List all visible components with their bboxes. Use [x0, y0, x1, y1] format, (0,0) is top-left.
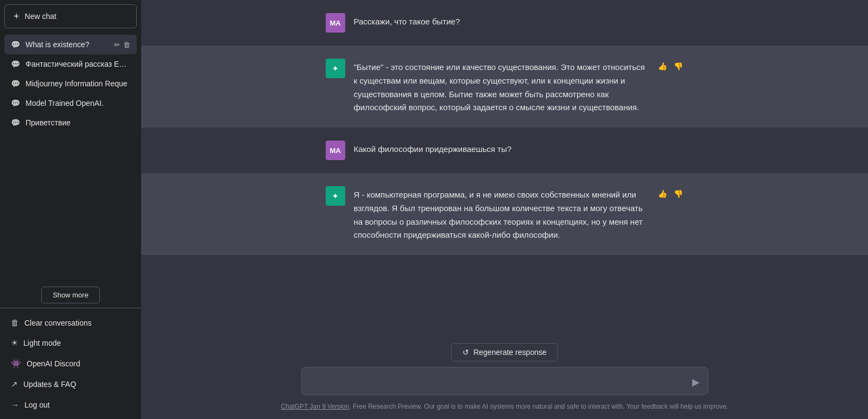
sidebar-item-label: Фантастический рассказ Енот: [26, 60, 130, 68]
sidebar-item-conv-2[interactable]: 💬 Фантастический рассказ Енот: [4, 54, 137, 74]
thumbup-button[interactable]: 👍: [657, 61, 668, 72]
message-row-msg-2: ✦ "Бытие" - это состояние или качество с…: [141, 46, 868, 128]
sidebar-item-label: Приветствие: [26, 118, 130, 127]
chat-icon: 💬: [11, 79, 20, 88]
send-button[interactable]: ▶: [690, 374, 702, 390]
sidebar: + New chat 💬 What is existence? ✏ 🗑 💬 Фа…: [0, 0, 141, 419]
chat-input-area: ↺ Regenerate response ▶ ChatGPT Jan 9 Ve…: [141, 334, 868, 419]
message-row-msg-1: MA Расскажи, что такое бытие?: [141, 0, 868, 46]
message-content: "Бытие" - это состояние или качество сущ…: [354, 59, 648, 115]
message-content: Расскажи, что такое бытие?: [354, 13, 684, 29]
sidebar-bottom-faq[interactable]: ↗ Updates & FAQ: [4, 374, 137, 395]
ai-avatar: ✦: [326, 59, 345, 78]
sidebar-item-conv-3[interactable]: 💬 Midjourney Information Reque: [4, 74, 137, 93]
sidebar-item-label: What is existence?: [26, 40, 109, 49]
delete-icon[interactable]: 🗑: [123, 41, 130, 49]
message-inner: ✦ Я - компьютерная программа, и я не име…: [315, 186, 695, 242]
send-icon: ▶: [692, 377, 700, 388]
sidebar-item-conv-4[interactable]: 💬 Model Trained OpenAI.: [4, 93, 137, 113]
sidebar-bottom-clear[interactable]: 🗑 Clear conversations: [4, 313, 137, 333]
message-feedback: 👍 👎: [657, 59, 684, 72]
new-chat-button[interactable]: + New chat: [4, 4, 137, 28]
logout-icon: →: [11, 400, 19, 409]
thumbup-button[interactable]: 👍: [657, 188, 668, 199]
regenerate-label: Regenerate response: [473, 348, 547, 357]
light-label: Light mode: [23, 339, 61, 347]
regenerate-button[interactable]: ↺ Regenerate response: [451, 343, 558, 361]
footer-suffix: . Free Research Preview. Our goal is to …: [349, 403, 728, 410]
sidebar-item-actions: ✏ 🗑: [114, 41, 130, 49]
chat-icon: 💬: [11, 40, 20, 49]
main-chat: MA Расскажи, что такое бытие? ✦ "Бытие" …: [141, 0, 868, 419]
faq-icon: ↗: [11, 379, 18, 389]
new-chat-label: New chat: [25, 12, 56, 21]
message-inner: MA Расскажи, что такое бытие?: [315, 13, 695, 33]
input-wrapper: ▶: [301, 367, 708, 397]
chat-icon: 💬: [11, 60, 20, 68]
show-more-button[interactable]: Show more: [41, 287, 100, 303]
user-avatar: MA: [326, 13, 345, 33]
sidebar-item-label: Midjourney Information Reque: [26, 79, 130, 88]
sidebar-item-conv-1[interactable]: 💬 What is existence? ✏ 🗑: [4, 35, 137, 54]
clear-label: Clear conversations: [24, 319, 92, 327]
chat-icon: 💬: [11, 118, 20, 127]
ai-avatar-icon: ✦: [332, 65, 338, 73]
chat-icon: 💬: [11, 99, 20, 107]
thumbdown-button[interactable]: 👎: [673, 61, 684, 72]
chat-input[interactable]: [301, 367, 708, 395]
discord-label: OpenAI Discord: [27, 359, 80, 368]
faq-label: Updates & FAQ: [23, 380, 76, 389]
ai-avatar-icon: ✦: [332, 192, 338, 200]
message-row-msg-3: MA Какой философии придерживаешься ты?: [141, 128, 868, 173]
footer-link[interactable]: ChatGPT Jan 9 Version: [281, 403, 349, 410]
footer-note: ChatGPT Jan 9 Version. Free Research Pre…: [281, 403, 728, 415]
message-inner: MA Какой философии придерживаешься ты?: [315, 141, 695, 160]
sidebar-bottom-light[interactable]: ☀ Light mode: [4, 333, 137, 353]
light-icon: ☀: [11, 338, 18, 348]
message-row-msg-4: ✦ Я - компьютерная программа, и я не име…: [141, 173, 868, 255]
discord-icon: 👾: [11, 359, 21, 369]
chat-messages: MA Расскажи, что такое бытие? ✦ "Бытие" …: [141, 0, 868, 334]
message-inner: ✦ "Бытие" - это состояние или качество с…: [315, 59, 695, 115]
sidebar-bottom-discord[interactable]: 👾 OpenAI Discord: [4, 353, 137, 374]
sidebar-bottom-logout[interactable]: → Log out: [4, 395, 137, 415]
regenerate-icon: ↺: [462, 348, 469, 357]
clear-icon: 🗑: [11, 318, 19, 327]
message-feedback: 👍 👎: [657, 186, 684, 199]
sidebar-item-label: Model Trained OpenAI.: [26, 99, 130, 107]
sidebar-item-conv-5[interactable]: 💬 Приветствие: [4, 113, 137, 132]
plus-icon: +: [14, 11, 20, 21]
thumbdown-button[interactable]: 👎: [673, 188, 684, 199]
edit-icon[interactable]: ✏: [114, 41, 120, 49]
user-avatar: MA: [326, 141, 345, 160]
sidebar-bottom: 🗑 Clear conversations ☀ Light mode 👾 Ope…: [0, 308, 141, 419]
ai-avatar: ✦: [326, 186, 345, 206]
message-content: Какой философии придерживаешься ты?: [354, 141, 684, 156]
message-content: Я - компьютерная программа, и я не имею …: [354, 186, 648, 242]
conversations-list: 💬 What is existence? ✏ 🗑 💬 Фантастически…: [0, 33, 141, 284]
logout-label: Log out: [24, 401, 50, 409]
